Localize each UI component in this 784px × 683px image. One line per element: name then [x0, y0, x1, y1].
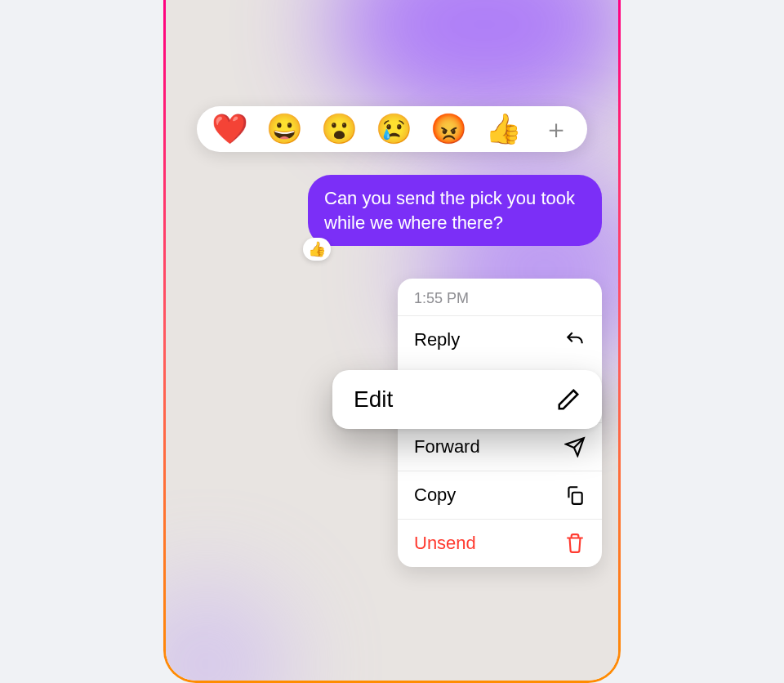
reaction-sad[interactable]: 😢	[376, 114, 412, 144]
reaction-angry[interactable]: 😡	[430, 114, 467, 144]
svg-rect-0	[572, 493, 582, 504]
message-text: Can you send the pick you took while we …	[324, 188, 575, 233]
menu-copy-label: Copy	[414, 484, 456, 506]
menu-copy[interactable]: Copy	[398, 471, 602, 519]
menu-reply-label: Reply	[414, 329, 460, 350]
pencil-icon	[556, 387, 581, 412]
menu-forward-label: Forward	[414, 436, 480, 458]
menu-edit[interactable]: Edit	[332, 370, 602, 429]
reaction-grin[interactable]: 😀	[266, 114, 303, 144]
menu-unsend[interactable]: Unsend	[398, 519, 602, 567]
message-row: Can you send the pick you took while we …	[182, 175, 602, 246]
message-reaction-badge[interactable]: 👍	[303, 238, 331, 261]
phone-frame: ❤️ 😀 😮 😢 😡 👍 ＋ Can you send the pick you…	[163, 0, 621, 683]
reply-icon	[564, 329, 586, 350]
reaction-heart[interactable]: ❤️	[212, 114, 248, 144]
menu-edit-label: Edit	[354, 386, 393, 413]
reaction-wow[interactable]: 😮	[321, 114, 358, 144]
copy-icon	[564, 484, 586, 506]
message-bubble[interactable]: Can you send the pick you took while we …	[308, 175, 602, 246]
trash-icon	[564, 533, 586, 554]
menu-timestamp: 1:55 PM	[398, 279, 602, 315]
menu-forward[interactable]: Forward	[398, 422, 602, 471]
reaction-picker: ❤️ 😀 😮 😢 😡 👍 ＋	[197, 106, 587, 152]
menu-reply[interactable]: Reply	[398, 315, 602, 364]
menu-unsend-label: Unsend	[414, 533, 476, 554]
send-icon	[564, 436, 586, 458]
add-reaction-button[interactable]: ＋	[540, 116, 572, 142]
reaction-thumbs-up[interactable]: 👍	[485, 114, 522, 144]
